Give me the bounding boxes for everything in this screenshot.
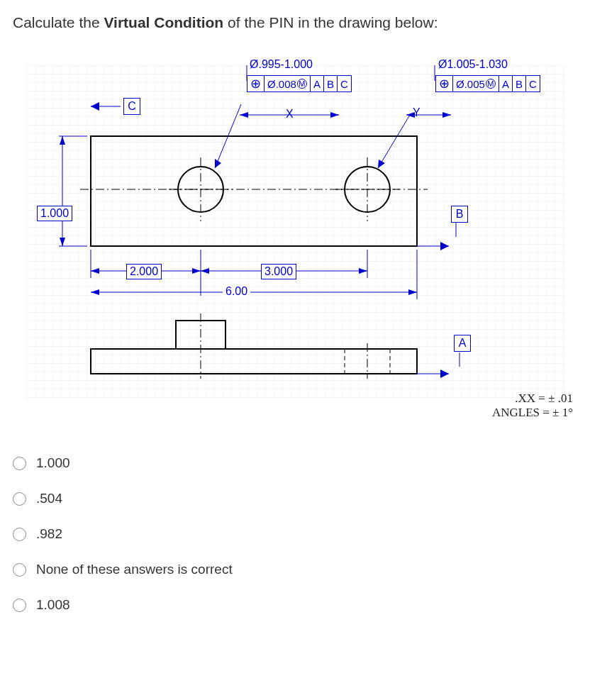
radio-icon[interactable] [13, 528, 26, 541]
radio-icon[interactable] [13, 492, 26, 506]
fcf-datum-b: B [324, 76, 338, 91]
datum-c-box: C [123, 98, 140, 115]
fcf-datum-c: C [338, 76, 351, 91]
answer-option-3[interactable]: .982 [13, 526, 594, 542]
radio-icon[interactable] [13, 599, 26, 612]
svg-marker-16 [91, 268, 99, 274]
answer-label: 1.000 [36, 455, 70, 471]
answer-label: None of these answers is correct [36, 562, 233, 577]
svg-marker-32 [378, 160, 385, 168]
svg-marker-30 [330, 112, 339, 118]
position-symbol-icon: ⊕ [247, 76, 264, 91]
answer-option-5[interactable]: 1.008 [13, 597, 594, 613]
svg-rect-41 [91, 349, 417, 374]
datum-b-box: B [451, 206, 468, 223]
svg-marker-20 [201, 268, 209, 274]
svg-marker-24 [91, 289, 99, 295]
position-symbol-icon: ⊕ [436, 76, 453, 91]
svg-marker-21 [359, 268, 367, 274]
answer-option-1[interactable]: 1.000 [13, 455, 594, 471]
svg-marker-48 [440, 370, 449, 378]
fcf-datum-a: A [311, 76, 324, 91]
dim-2000: 2.000 [126, 264, 162, 279]
svg-rect-0 [91, 136, 417, 246]
pin-diameter-text: Ø1.005-1.030 [438, 58, 508, 71]
fcf-tol: Ø.005M [453, 76, 499, 91]
hole-fcf: ⊕ Ø.008M A B C [247, 75, 352, 92]
fcf-datum-a: A [499, 76, 513, 91]
svg-marker-17 [192, 268, 201, 274]
answer-label: .982 [36, 526, 62, 542]
question-text: Calculate the Virtual Condition of the P… [13, 14, 594, 31]
drawing-svg [13, 51, 594, 427]
pin-fcf: ⊕ Ø.005M A B C [435, 75, 540, 92]
radio-icon[interactable] [13, 457, 26, 470]
fcf-tol: Ø.008M [264, 76, 311, 91]
datum-a-box: A [454, 335, 471, 352]
svg-marker-37 [91, 102, 99, 111]
answer-option-4[interactable]: None of these answers is correct [13, 562, 594, 577]
svg-marker-25 [408, 289, 417, 295]
dim-y-label: Y [413, 106, 421, 119]
svg-marker-39 [440, 242, 449, 250]
dim-x-label: X [286, 108, 294, 121]
answer-options: 1.000 .504 .982 None of these answers is… [13, 455, 594, 613]
answer-label: .504 [36, 491, 62, 506]
answer-label: 1.008 [36, 597, 70, 613]
svg-marker-11 [60, 136, 65, 145]
dim-1000: 1.000 [37, 206, 72, 221]
answer-option-2[interactable]: .504 [13, 491, 594, 506]
svg-marker-34 [442, 112, 451, 118]
dim-600: 6.00 [223, 285, 250, 298]
fcf-datum-b: B [513, 76, 526, 91]
svg-marker-12 [60, 238, 65, 246]
fcf-datum-c: C [526, 76, 540, 91]
svg-marker-29 [240, 112, 248, 118]
hole-diameter-text: Ø.995-1.000 [250, 58, 313, 71]
dim-3000: 3.000 [261, 264, 296, 279]
svg-line-31 [378, 115, 410, 168]
radio-icon[interactable] [13, 563, 26, 577]
engineering-drawing: Ø.995-1.000 ⊕ Ø.008M A B C Ø1.005-1.030 … [13, 51, 594, 427]
